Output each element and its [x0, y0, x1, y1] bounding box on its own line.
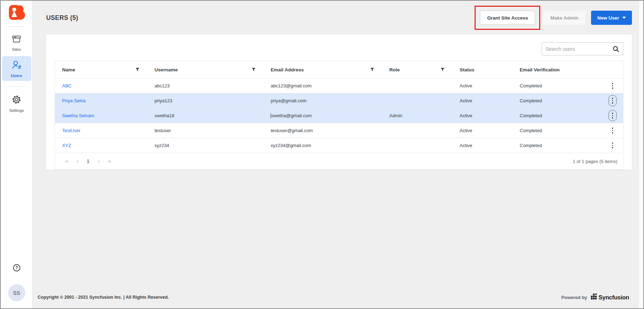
table-row[interactable]: ABCabc123abc123@gmail.comActiveCompleted — [55, 78, 623, 93]
new-user-label: New User — [597, 15, 619, 21]
user-name-link[interactable]: XYZ — [62, 143, 71, 148]
email-cell: xyz234@gmail.com — [264, 143, 382, 148]
status-cell: Active — [453, 143, 513, 148]
bold-reports-logo-icon[interactable] — [8, 5, 25, 22]
syncfusion-brand-text: Syncfusion — [599, 294, 629, 301]
column-header-status[interactable]: Status — [453, 61, 513, 78]
pagination-page-1[interactable]: 1 — [83, 158, 93, 164]
sidebar-item-users[interactable]: Users — [2, 56, 31, 81]
search-box — [542, 42, 623, 55]
users-card: NameUsernameEmail AddressRoleStatusEmail… — [46, 34, 632, 170]
column-header-actions — [602, 61, 623, 78]
settings-icon — [12, 95, 21, 106]
app-window: Sites Users — [0, 0, 644, 309]
pagination-first-button[interactable]: « — [61, 158, 72, 164]
column-header-name[interactable]: Name — [55, 61, 147, 78]
header-actions: Grant Site Access Make Admin New User — [475, 6, 632, 30]
svg-text:?: ? — [15, 265, 18, 270]
column-header-username[interactable]: Username — [147, 61, 264, 78]
sidebar-bottom: ? SS — [8, 264, 25, 308]
sidebar-divider — [9, 86, 25, 87]
status-cell: Active — [453, 113, 513, 118]
name-cell: XYZ — [55, 143, 147, 148]
filter-icon[interactable] — [440, 67, 445, 72]
row-actions-cell — [602, 93, 623, 108]
pagination-bar: « ‹ 1 › » 1 of 1 pages (5 items) — [55, 153, 623, 170]
user-name-link[interactable]: Swetha Selvam — [62, 113, 94, 118]
status-cell: Active — [453, 128, 513, 133]
email-verification-cell: Completed — [513, 98, 602, 103]
username-cell: xyz234 — [147, 143, 264, 148]
pagination-summary: 1 of 1 pages (5 items) — [573, 159, 617, 164]
row-menu-kebab-icon[interactable] — [608, 80, 617, 91]
sidebar-item-label: Sites — [12, 47, 21, 52]
name-cell: Swetha Selvam — [55, 113, 147, 118]
sidebar-item-label: Settings — [9, 108, 24, 113]
column-header-email-address[interactable]: Email Address — [264, 61, 382, 78]
column-label: Status — [460, 67, 474, 72]
search-input[interactable] — [546, 46, 612, 52]
table-body: ABCabc123abc123@gmail.comActiveCompleted… — [55, 78, 623, 153]
sidebar-item-sites[interactable]: Sites — [2, 31, 31, 55]
main-area: USERS (5) Grant Site Access Make Admin N… — [33, 1, 638, 308]
table-row[interactable]: TestUsertestusertestuser@gmail.comActive… — [55, 123, 623, 138]
make-admin-button[interactable]: Make Admin — [543, 11, 585, 25]
page-header: USERS (5) Grant Site Access Make Admin N… — [33, 1, 638, 29]
page-title: USERS (5) — [46, 14, 78, 22]
column-header-email-verification[interactable]: Email Verification — [513, 61, 602, 78]
users-table: NameUsernameEmail AddressRoleStatusEmail… — [55, 61, 623, 170]
row-menu-kebab-icon[interactable] — [608, 95, 617, 106]
table-row[interactable]: Priya Selvapriya123priya@gmail.comActive… — [55, 93, 623, 108]
sidebar-divider — [9, 26, 25, 27]
sidebar-item-settings[interactable]: Settings — [2, 91, 31, 116]
email-verification-cell: Completed — [513, 143, 602, 148]
row-actions-cell — [602, 123, 623, 138]
filter-icon[interactable] — [370, 67, 374, 72]
row-menu-kebab-icon[interactable] — [608, 110, 617, 121]
grant-site-access-button[interactable]: Grant Site Access — [480, 11, 535, 25]
row-actions-cell — [602, 78, 623, 93]
filter-icon[interactable] — [251, 67, 256, 72]
pagination-last-button[interactable]: » — [104, 158, 115, 164]
name-cell: Priya Selva — [55, 98, 147, 103]
chevron-down-icon — [622, 17, 626, 19]
email-verification-cell: Completed — [513, 128, 602, 133]
powered-by-label: Powered by — [561, 295, 587, 300]
new-user-button[interactable]: New User — [591, 11, 632, 25]
table-header: NameUsernameEmail AddressRoleStatusEmail… — [55, 61, 623, 78]
user-name-link[interactable]: Priya Selva — [62, 98, 86, 103]
sidebar: Sites Users — [1, 1, 33, 308]
table-row[interactable]: XYZxyz234xyz234@gmail.comActiveCompleted — [55, 138, 623, 153]
email-verification-cell: Completed — [513, 83, 602, 88]
email-cell: priya@gmail.com — [264, 98, 382, 103]
search-icon[interactable] — [612, 45, 619, 53]
status-cell: Active — [453, 83, 513, 88]
filter-icon[interactable] — [135, 67, 140, 72]
pagination-prev-button[interactable]: ‹ — [72, 158, 83, 164]
scrollbar[interactable] — [638, 1, 643, 308]
help-icon[interactable]: ? — [12, 264, 21, 273]
column-header-role[interactable]: Role — [382, 61, 453, 78]
role-cell: Admin — [382, 113, 453, 118]
name-cell: TestUser — [55, 128, 147, 133]
footer: Copyright © 2001 - 2021 Syncfusion Inc. … — [33, 288, 638, 308]
pagination-next-button[interactable]: › — [93, 158, 104, 164]
column-label: Role — [389, 67, 400, 72]
user-avatar[interactable]: SS — [8, 284, 25, 301]
table-header-row: NameUsernameEmail AddressRoleStatusEmail… — [55, 61, 623, 78]
row-menu-kebab-icon[interactable] — [608, 140, 617, 151]
table-row[interactable]: Swetha Selvamswetha18swetha@gmail.comAdm… — [55, 108, 623, 123]
email-cell: testuser@gmail.com — [264, 128, 382, 133]
user-name-link[interactable]: ABC — [62, 83, 72, 88]
annotation-highlight-box: Grant Site Access — [475, 6, 540, 30]
column-label: Email Verification — [520, 67, 560, 72]
name-cell: ABC — [55, 83, 147, 88]
row-menu-kebab-icon[interactable] — [608, 125, 617, 136]
row-actions-cell — [602, 138, 623, 153]
column-label: Username — [155, 67, 178, 72]
user-name-link[interactable]: TestUser — [62, 128, 80, 133]
username-cell: testuser — [147, 128, 264, 133]
avatar-initials: SS — [13, 290, 20, 296]
search-row — [46, 34, 632, 61]
syncfusion-grid-icon — [591, 293, 597, 301]
